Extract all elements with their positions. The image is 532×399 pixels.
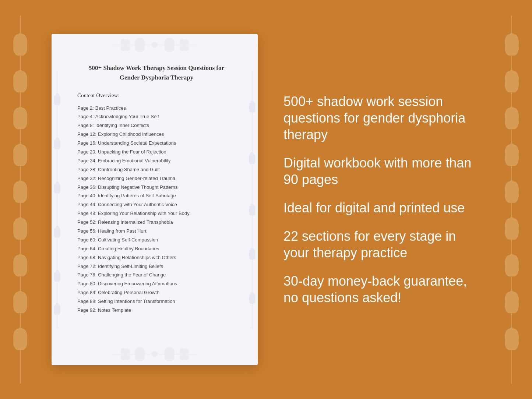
toc-item: Page 72:Identifying Self-Limiting Belief… (74, 262, 239, 271)
toc-item: Page 88:Setting Intentions for Transform… (74, 297, 239, 306)
toc-item: Page 28:Confronting Shame and Guilt (74, 165, 239, 174)
toc-page-number: Page 52: (77, 219, 96, 225)
toc-title: Cultivating Self-Compassion (98, 237, 158, 243)
toc-item: Page 2:Best Practices (74, 104, 239, 113)
toc-title: Creating Healthy Boundaries (98, 246, 159, 251)
toc-page-number: Page 36: (77, 184, 96, 190)
toc-title: Identifying Patterns of Self-Sabotage (98, 193, 176, 198)
toc-page-number: Page 80: (77, 281, 96, 286)
toc-item: Page 44:Connecting with Your Authentic V… (74, 201, 239, 209)
svg-point-78 (56, 226, 59, 229)
toc-title: Navigating Relationships with Others (98, 255, 176, 260)
toc-page-number: Page 8: (77, 123, 94, 128)
toc-page-number: Page 48: (77, 211, 96, 216)
doc-side-decoration-right (247, 56, 258, 343)
toc-item: Page 36:Disrupting Negative Thought Patt… (74, 183, 239, 192)
toc-item: Page 24:Embracing Emotional Vulnerabilit… (74, 156, 239, 165)
toc-page-number: Page 64: (77, 246, 96, 251)
info-item-3: Ideal for digital and printed use (283, 200, 480, 216)
toc-page-number: Page 24: (77, 158, 96, 163)
table-of-contents: Page 2:Best PracticesPage 4:Acknowledgin… (74, 104, 239, 315)
toc-title: Confronting Shame and Guilt (98, 167, 160, 172)
info-panel: 500+ shadow work session questions for g… (280, 93, 480, 306)
document-panel: 500+ Shadow Work Therapy Session Questio… (52, 34, 258, 365)
toc-item: Page 84:Celebrating Personal Growth (74, 289, 239, 297)
document-title: 500+ Shadow Work Therapy Session Questio… (74, 63, 239, 82)
info-item-1: 500+ shadow work session questions for g… (283, 93, 480, 143)
toc-title: Celebrating Personal Growth (98, 290, 159, 295)
toc-title: Unpacking the Fear of Rejection (98, 149, 166, 155)
svg-point-72 (56, 137, 59, 140)
doc-side-decoration-left (52, 56, 63, 343)
toc-page-number: Page 84: (77, 290, 96, 295)
svg-point-88 (251, 100, 254, 103)
toc-item: Page 76:Challenging the Fear of Change (74, 271, 239, 280)
doc-top-decoration (52, 34, 258, 56)
toc-title: Exploring Your Relationship with Your Bo… (98, 211, 190, 216)
main-container: 500+ Shadow Work Therapy Session Questio… (0, 0, 532, 399)
toc-item: Page 20:Unpacking the Fear of Rejection (74, 148, 239, 156)
toc-title: Identifying Inner Conflicts (95, 123, 149, 128)
svg-point-97 (251, 248, 254, 251)
toc-page-number: Page 2: (77, 105, 94, 111)
toc-item: Page 16:Understanding Societal Expectati… (74, 139, 239, 148)
info-item-2: Digital workbook with more than 90 pages (283, 155, 480, 188)
toc-item: Page 32:Recognizing Gender-related Traum… (74, 174, 239, 183)
toc-page-number: Page 4: (77, 114, 94, 119)
toc-title: Exploring Childhood Influences (98, 131, 164, 137)
info-item-5: 30-day money-back guarantee, no question… (283, 273, 480, 306)
svg-point-81 (56, 270, 59, 273)
toc-page-number: Page 20: (77, 149, 96, 155)
toc-title: Releasing Internalized Transphobia (98, 219, 173, 225)
toc-item: Page 52:Releasing Internalized Transphob… (74, 218, 239, 227)
toc-page-number: Page 44: (77, 202, 96, 207)
toc-page-number: Page 92: (77, 307, 96, 313)
left-floral-decoration (0, 15, 40, 384)
toc-item: Page 80:Discovering Empowering Affirmati… (74, 280, 239, 289)
svg-point-91 (251, 152, 254, 155)
toc-page-number: Page 60: (77, 237, 96, 243)
right-floral-decoration (492, 15, 532, 384)
info-item-4: 22 sections for every stage in your ther… (283, 228, 480, 261)
content-overview-label: Content Overview: (77, 92, 239, 99)
svg-point-84 (56, 303, 59, 306)
toc-title: Healing from Past Hurt (98, 228, 147, 234)
toc-page-number: Page 88: (77, 299, 96, 304)
doc-bottom-decoration (52, 343, 258, 365)
toc-item: Page 12:Exploring Childhood Influences (74, 130, 239, 139)
toc-title: Notes Template (98, 307, 131, 313)
toc-page-number: Page 68: (77, 255, 96, 260)
toc-title: Challenging the Fear of Change (98, 272, 166, 278)
toc-title: Connecting with Your Authentic Voice (98, 202, 177, 207)
toc-item: Page 40:Identifying Patterns of Self-Sab… (74, 192, 239, 201)
toc-item: Page 4:Acknowledging Your True Self (74, 113, 239, 121)
toc-item: Page 48:Exploring Your Relationship with… (74, 209, 239, 218)
toc-item: Page 60:Cultivating Self-Compassion (74, 236, 239, 244)
toc-page-number: Page 56: (77, 228, 96, 234)
toc-title: Identifying Self-Limiting Beliefs (98, 264, 163, 269)
toc-item: Page 8:Identifying Inner Conflicts (74, 121, 239, 130)
toc-page-number: Page 28: (77, 167, 96, 172)
toc-item: Page 56:Healing from Past Hurt (74, 227, 239, 236)
toc-page-number: Page 12: (77, 131, 96, 137)
toc-page-number: Page 40: (77, 193, 96, 198)
toc-title: Embracing Emotional Vulnerability (98, 158, 171, 163)
svg-point-69 (56, 93, 59, 96)
toc-item: Page 68:Navigating Relationships with Ot… (74, 253, 239, 262)
toc-title: Best Practices (95, 105, 126, 111)
toc-title: Acknowledging Your True Self (95, 114, 159, 119)
toc-title: Discovering Empowering Affirmations (98, 281, 177, 286)
toc-title: Setting Intentions for Transformation (98, 299, 175, 304)
toc-page-number: Page 32: (77, 176, 96, 181)
svg-point-94 (251, 204, 254, 206)
toc-page-number: Page 76: (77, 272, 96, 278)
toc-item: Page 64:Creating Healthy Boundaries (74, 244, 239, 253)
toc-page-number: Page 72: (77, 264, 96, 269)
toc-page-number: Page 16: (77, 140, 96, 146)
svg-point-100 (251, 292, 254, 295)
toc-title: Disrupting Negative Thought Patterns (98, 184, 178, 190)
svg-point-75 (56, 181, 59, 184)
toc-item: Page 92:Notes Template (74, 306, 239, 315)
toc-title: Recognizing Gender-related Trauma (98, 176, 175, 181)
toc-title: Understanding Societal Expectations (98, 140, 176, 146)
